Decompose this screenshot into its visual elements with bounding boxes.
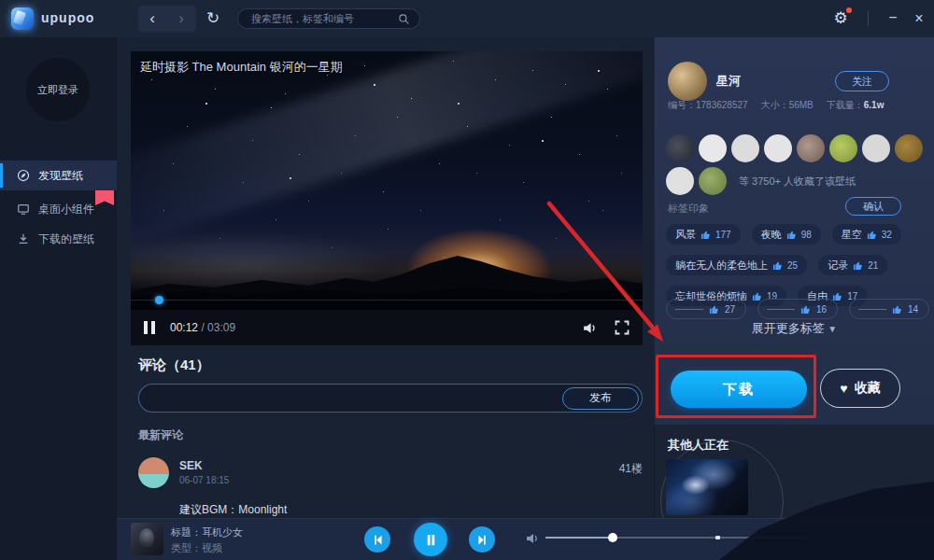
search-box[interactable]	[237, 8, 420, 29]
play-pause-button[interactable]	[414, 523, 447, 556]
volume-icon[interactable]	[582, 320, 598, 336]
tag-input-line	[767, 309, 795, 310]
wallpaper-stats: 编号：1783628527 大小：56MB 下载量：6.1w	[668, 99, 926, 112]
back-icon[interactable]: ‹	[138, 6, 166, 32]
now-playing-thumbnail[interactable]	[131, 523, 163, 555]
tag-count: 98	[801, 230, 812, 240]
pause-button[interactable]	[144, 321, 157, 334]
collector-avatar	[666, 167, 694, 195]
sidebar-item-discover[interactable]: 发现壁纸	[0, 161, 117, 190]
app-window: upupoo ‹ › ↻ ⚙ − × 立即登录 发现壁纸 桌面小组件	[0, 0, 934, 560]
comment-input[interactable]	[152, 392, 562, 405]
favorite-label: 收藏	[855, 380, 881, 397]
tag-input-line	[858, 309, 886, 310]
custom-tag-slot[interactable]: 14	[849, 299, 929, 319]
seek-handle[interactable]	[155, 296, 163, 304]
collector-avatar	[862, 134, 890, 162]
tag-count: 27	[725, 304, 735, 315]
video-player[interactable]: 延时摄影 The Mountain 银河的一星期 00:12 / 03:09	[131, 51, 643, 345]
login-label: 立即登录	[37, 83, 78, 97]
commenter-name: SEK	[179, 459, 203, 472]
comment-floor: 41楼	[588, 461, 643, 477]
tag-label: 躺在无人的柔色地上	[675, 259, 768, 273]
tag-label: 风景	[675, 228, 696, 242]
sidebar: 立即登录 发现壁纸 桌面小组件 下载的壁纸	[0, 37, 117, 560]
now-playing-type: 类型：视频	[171, 541, 222, 555]
stat-id: 编号：1783628527	[668, 99, 748, 112]
tag-pill[interactable]: 风景 177	[666, 224, 741, 245]
custom-tag-slot[interactable]: 27	[666, 299, 746, 319]
fullscreen-icon[interactable]	[615, 320, 630, 335]
collector-avatar	[699, 167, 727, 195]
tag-label: 夜晚	[761, 228, 782, 242]
collector-avatar	[829, 134, 857, 162]
refresh-icon[interactable]: ↻	[202, 7, 224, 30]
volume-icon[interactable]	[525, 531, 540, 546]
player-controls: 00:12 / 03:09	[131, 310, 643, 345]
publish-button[interactable]: 发布	[562, 387, 639, 410]
close-button[interactable]: ×	[908, 7, 930, 30]
video-frame[interactable]: 延时摄影 The Mountain 银河的一星期	[131, 51, 643, 310]
now-playing-title: 标题：耳机少女	[171, 525, 243, 539]
expand-tags-button[interactable]: 展开更多标签 ▼	[655, 320, 934, 337]
follow-button[interactable]: 关注	[835, 71, 889, 91]
collector-avatar	[699, 134, 727, 162]
time-separator: /	[201, 321, 204, 334]
favorite-button[interactable]: ♥ 收藏	[820, 369, 900, 408]
sidebar-item-label: 下载的壁纸	[38, 231, 94, 247]
custom-tag-slot[interactable]: 16	[757, 299, 838, 319]
notification-dot	[846, 7, 852, 13]
tag-pill[interactable]: 记录 21	[818, 255, 887, 275]
tag-count: 14	[908, 304, 918, 315]
titlebar: upupoo ‹ › ↻ ⚙ − ×	[0, 0, 934, 37]
other-wallpaper-thumbnail[interactable]	[666, 459, 748, 515]
tag-label: 星空	[842, 228, 862, 242]
collector-avatar	[797, 134, 825, 162]
comment-date: 06-07 18:15	[179, 475, 229, 485]
app-logo-icon	[11, 7, 34, 30]
tag-pill[interactable]: 夜晚 98	[752, 224, 821, 245]
minimize-button[interactable]: −	[882, 7, 904, 30]
thumbs-up-icon	[867, 230, 877, 240]
tag-pill[interactable]: 星空 32	[832, 224, 901, 245]
download-button[interactable]: 下载	[671, 371, 807, 408]
sidebar-item-downloads[interactable]: 下载的壁纸	[0, 224, 117, 254]
volume-handle[interactable]	[608, 533, 617, 542]
commenter-avatar	[138, 457, 169, 488]
new-badge	[95, 190, 114, 205]
collector-avatar	[764, 134, 792, 162]
nav-history-group: ‹ ›	[138, 6, 196, 32]
milky-way	[131, 51, 643, 253]
search-input[interactable]	[251, 13, 398, 24]
tag-row: 躺在无人的柔色地上 25 记录 21	[666, 255, 887, 275]
thumbs-up-icon	[786, 230, 797, 240]
tag-count: 177	[715, 230, 731, 240]
detail-panel: 星河 关注 编号：1783628527 大小：56MB 下载量：6.1w 等 3…	[654, 37, 934, 425]
next-button[interactable]	[469, 526, 495, 553]
login-button[interactable]: 立即登录	[26, 58, 90, 121]
previous-button[interactable]	[364, 526, 390, 553]
confirm-button[interactable]: 确认	[845, 197, 901, 216]
app-logo-text: upupoo	[41, 10, 94, 25]
video-title: 延时摄影 The Mountain 银河的一星期	[140, 59, 343, 76]
tag-count: 21	[868, 260, 878, 271]
pause-icon	[424, 533, 438, 547]
tags-header: 标签印象	[668, 202, 709, 216]
stat-downloads: 下载量：6.1w	[827, 99, 884, 112]
time-total: 03:09	[207, 321, 235, 334]
volume-fill	[545, 537, 613, 539]
collector-avatar	[731, 134, 759, 162]
heart-icon: ♥	[840, 381, 847, 396]
thumbs-up-icon	[800, 304, 811, 315]
author-avatar[interactable]	[668, 62, 707, 101]
thumbs-up-icon	[700, 230, 711, 240]
tag-row: 风景 177 夜晚 98 星空 32	[666, 224, 901, 245]
seek-bar[interactable]	[131, 300, 643, 301]
forward-icon[interactable]: ›	[167, 6, 195, 32]
sidebar-item-widgets[interactable]: 桌面小组件	[0, 194, 117, 224]
sidebar-item-label: 发现壁纸	[38, 168, 83, 184]
latest-comments-label: 最新评论	[138, 427, 183, 443]
expand-tags-label: 展开更多标签	[752, 321, 825, 335]
search-icon[interactable]	[398, 13, 410, 25]
tag-pill[interactable]: 躺在无人的柔色地上 25	[666, 255, 807, 275]
